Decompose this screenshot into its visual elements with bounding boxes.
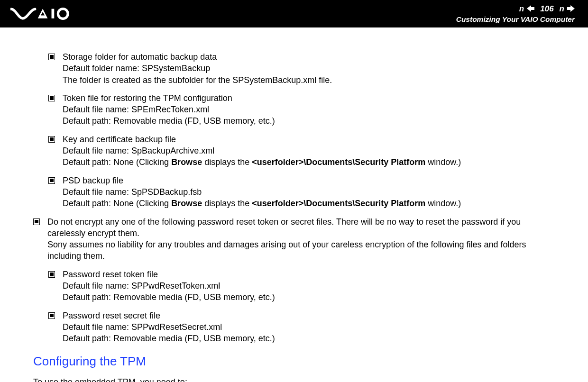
item-line: Default file name: SpPSDBackup.fsb	[63, 186, 560, 198]
square-bullet-icon	[48, 136, 55, 143]
item-line: Default path: Removable media (FD, USB m…	[63, 291, 560, 303]
list-item: Token file for restoring the TPM configu…	[48, 92, 560, 127]
nav-n-left: n	[519, 4, 524, 14]
svg-rect-0	[52, 9, 55, 18]
item-line: The folder is created as the subfolder f…	[63, 74, 560, 86]
item-line: Default file name: SPPwdResetToken.xml	[63, 280, 560, 291]
vaio-logo	[10, 8, 82, 20]
item-line: Default file name: SpBackupArchive.xml	[63, 145, 560, 156]
item-line: Default file name: SPEmRecToken.xml	[63, 104, 560, 115]
item-line: Default path: None (Clicking Browse disp…	[63, 156, 560, 168]
item-line: Default folder name: SPSystemBackup	[63, 63, 560, 74]
square-bullet-icon	[48, 54, 55, 60]
item-title: Password reset secret file	[63, 310, 560, 321]
item-line: Default path: Removable media (FD, USB m…	[63, 115, 560, 127]
square-bullet-icon	[48, 177, 55, 184]
section-heading: Configuring the TPM	[33, 353, 560, 370]
page-header: n 106 n Customizing Your VAIO Computer	[0, 0, 588, 27]
page-content: Storage folder for automatic backup data…	[0, 27, 588, 382]
item-title: Storage folder for automatic backup data	[63, 51, 560, 63]
list-item: Do not encrypt any one of the following …	[33, 216, 560, 262]
nav-n-right: n	[560, 4, 564, 14]
svg-point-1	[58, 9, 68, 19]
square-bullet-icon	[48, 271, 55, 278]
arrow-right-icon[interactable]	[567, 5, 575, 12]
item-title: PSD backup file	[63, 175, 560, 186]
square-bullet-icon	[48, 95, 55, 101]
item-title: Token file for restoring the TPM configu…	[63, 92, 560, 104]
item-title: Password reset token file	[63, 269, 560, 280]
list-item: PSD backup file Default file name: SpPSD…	[48, 175, 560, 209]
square-bullet-icon	[33, 218, 40, 225]
list-item: Storage folder for automatic backup data…	[48, 51, 560, 86]
item-line: Default file name: SPPwdResetSecret.xml	[63, 321, 560, 333]
warning-line: Sony assumes no liability for any troubl…	[47, 239, 560, 262]
list-item: Password reset secret file Default file …	[48, 310, 560, 345]
header-right: n 106 n Customizing Your VAIO Computer	[456, 4, 575, 24]
body-paragraph: To use the embedded TPM, you need to:	[33, 376, 560, 382]
list-item: Key and certificate backup file Default …	[48, 134, 560, 168]
item-title: Key and certificate backup file	[63, 134, 560, 145]
page-number: 106	[540, 4, 553, 14]
item-line: Default path: None (Clicking Browse disp…	[63, 198, 560, 209]
square-bullet-icon	[48, 312, 55, 319]
warning-line: Do not encrypt any one of the following …	[47, 216, 560, 239]
arrow-left-icon[interactable]	[527, 5, 534, 12]
item-line: Default path: Removable media (FD, USB m…	[63, 333, 560, 344]
breadcrumb: Customizing Your VAIO Computer	[456, 15, 575, 24]
list-item: Password reset token file Default file n…	[48, 269, 560, 303]
